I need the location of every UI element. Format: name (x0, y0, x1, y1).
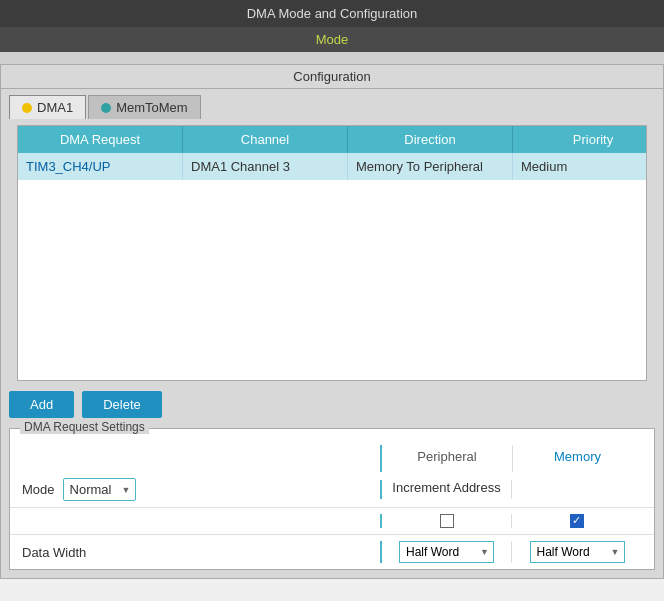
col-header-channel: Channel (183, 126, 348, 153)
memtomem-tab-dot (101, 103, 111, 113)
tab-dma1[interactable]: DMA1 (9, 95, 86, 119)
memory-data-width-wrapper: Half Word Byte Word (530, 541, 625, 563)
dma-table: DMA Request Channel Direction Priority T… (17, 125, 647, 381)
memory-label: Memory (513, 445, 642, 472)
memtomem-tab-label: MemToMem (116, 100, 188, 115)
memory-col-header: Memory (512, 445, 642, 472)
dma1-tab-label: DMA1 (37, 100, 73, 115)
mode-bar: Mode (0, 27, 664, 52)
add-button[interactable]: Add (9, 391, 74, 418)
cell-priority: Medium (513, 153, 664, 180)
peripheral-data-width-select[interactable]: Half Word Byte Word (399, 541, 494, 563)
col-header-dma-request: DMA Request (18, 126, 183, 153)
table-empty-area (18, 180, 646, 380)
config-title: Configuration (1, 65, 663, 89)
col-header-priority: Priority (513, 126, 664, 153)
memory-increment-checkbox[interactable] (570, 514, 584, 528)
tab-memtomem[interactable]: MemToMem (88, 95, 201, 119)
mode-select-wrapper: Normal Circular (63, 478, 136, 501)
top-section: Configuration DMA1 MemToMem DMA Request (0, 64, 664, 579)
peripheral-col-header: Peripheral (382, 445, 512, 472)
tabs-row: DMA1 MemToMem (1, 89, 663, 119)
table-header: DMA Request Channel Direction Priority (18, 126, 646, 153)
increment-address-label: Increment Address (388, 480, 504, 499)
config-section: Configuration DMA1 MemToMem DMA Request (0, 64, 664, 579)
table-row[interactable]: TIM3_CH4/UP DMA1 Channel 3 Memory To Per… (18, 153, 646, 180)
cell-direction: Memory To Peripheral (348, 153, 513, 180)
delete-button[interactable]: Delete (82, 391, 162, 418)
mode-field-label: Mode (22, 482, 55, 497)
peripheral-increment-checkbox[interactable] (440, 514, 454, 528)
mode-label: Mode (316, 32, 349, 47)
dma-settings-legend: DMA Request Settings (20, 420, 149, 434)
mode-select[interactable]: Normal Circular (63, 478, 136, 501)
app-container: DMA Mode and Configuration Mode Configur… (0, 0, 664, 579)
cell-channel: DMA1 Channel 3 (183, 153, 348, 180)
col-header-direction: Direction (348, 126, 513, 153)
app-title: DMA Mode and Configuration (247, 6, 418, 21)
peripheral-label: Peripheral (382, 445, 512, 472)
data-width-label: Data Width (22, 545, 86, 560)
title-bar: DMA Mode and Configuration (0, 0, 664, 27)
memory-data-width-select[interactable]: Half Word Byte Word (530, 541, 625, 563)
config-label: Configuration (293, 69, 370, 84)
peripheral-data-width-wrapper: Half Word Byte Word (399, 541, 494, 563)
spacer (0, 52, 664, 64)
cell-dma-request: TIM3_CH4/UP (18, 153, 183, 180)
dma1-tab-dot (22, 103, 32, 113)
